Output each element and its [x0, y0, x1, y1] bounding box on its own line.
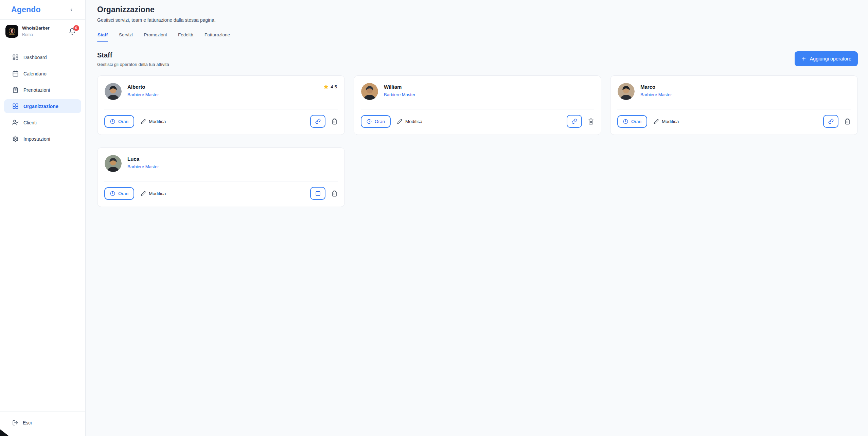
orari-button[interactable]: Orari	[104, 115, 134, 128]
dashboard-icon	[12, 54, 19, 60]
staff-role: Barbiere Master	[640, 92, 672, 97]
logout-icon	[12, 420, 18, 426]
staff-role: Barbiere Master	[127, 92, 159, 97]
business-profile: WhoIsBarber Roma 6	[0, 20, 85, 43]
organization-icon	[12, 103, 19, 109]
chevron-left-icon	[69, 7, 74, 12]
logout-label: Esci	[23, 420, 32, 425]
modifica-button[interactable]: Modifica	[141, 191, 166, 196]
add-operator-label: Aggiungi operatore	[810, 56, 851, 62]
card-action-button[interactable]	[310, 115, 325, 128]
calendar-small-icon	[315, 191, 321, 196]
link-icon	[315, 119, 321, 124]
sidebar-header: Agendo	[0, 0, 85, 20]
tab-bar: Staff Servizi Promozioni Fedeltà Fattura…	[97, 31, 858, 42]
notifications-badge: 6	[73, 25, 79, 31]
orari-button[interactable]: Orari	[104, 187, 134, 200]
sidebar-item-organizzazione[interactable]: Organizzazione	[4, 99, 81, 113]
trash-icon	[331, 190, 338, 197]
staff-role: Barbiere Master	[127, 164, 159, 169]
card-action-button[interactable]	[823, 115, 838, 128]
tab-staff[interactable]: Staff	[97, 31, 108, 42]
sidebar-item-label: Impostazioni	[23, 136, 50, 142]
tab-label: Fedeltà	[178, 32, 193, 37]
pencil-icon	[141, 119, 146, 124]
staff-section-subtitle: Gestisci gli operatori della tua attivit…	[97, 62, 169, 67]
plus-icon	[801, 56, 807, 62]
orari-label: Orari	[118, 119, 128, 124]
staff-avatar	[105, 83, 122, 100]
page-subtitle: Gestisci servizi, team e fatturazione da…	[97, 17, 858, 23]
sidebar-item-calendario[interactable]: Calendario	[4, 67, 81, 81]
staff-rating: 4.5	[323, 83, 337, 89]
link-icon	[828, 119, 834, 124]
orari-label: Orari	[375, 119, 385, 124]
pencil-icon	[397, 119, 402, 124]
modifica-button[interactable]: Modifica	[654, 119, 679, 124]
star-icon	[323, 84, 329, 89]
tab-fatturazione[interactable]: Fatturazione	[204, 31, 230, 42]
orari-button[interactable]: Orari	[617, 115, 647, 128]
app-logo: Agendo	[11, 5, 41, 14]
delete-button[interactable]	[844, 118, 851, 125]
staff-name: Marco	[640, 84, 672, 90]
tab-label: Servizi	[119, 32, 133, 37]
tab-fedeltà[interactable]: Fedeltà	[178, 31, 194, 42]
tab-label: Fatturazione	[205, 32, 230, 37]
delete-button[interactable]	[331, 190, 338, 197]
mouse-cursor	[0, 429, 9, 436]
sidebar-item-label: Organizzazione	[23, 104, 58, 109]
card-action-button[interactable]	[310, 187, 325, 200]
orari-label: Orari	[118, 191, 128, 196]
card-action-button[interactable]	[567, 115, 582, 128]
delete-button[interactable]	[331, 118, 338, 125]
staff-card-alberto: Alberto Barbiere Master 4.5 Orari Modifi…	[97, 75, 345, 135]
clock-icon	[110, 119, 115, 124]
orari-label: Orari	[631, 119, 641, 124]
sidebar-item-label: Calendario	[23, 71, 47, 76]
tab-label: Promozioni	[144, 32, 167, 37]
sidebar-item-label: Prenotazioni	[23, 87, 50, 93]
modifica-label: Modifica	[149, 119, 166, 124]
rating-value: 4.5	[331, 84, 337, 89]
orari-button[interactable]: Orari	[361, 115, 391, 128]
staff-name: Alberto	[127, 84, 159, 90]
clients-icon	[12, 119, 19, 126]
modifica-button[interactable]: Modifica	[397, 119, 422, 124]
delete-button[interactable]	[588, 118, 594, 125]
staff-section-title: Staff	[97, 51, 169, 59]
bookings-icon	[12, 87, 19, 93]
staff-role: Barbiere Master	[384, 92, 415, 97]
logout-button[interactable]: Esci	[12, 420, 77, 426]
sidebar-footer: Esci	[0, 411, 85, 436]
staff-card-grid: Alberto Barbiere Master 4.5 Orari Modifi…	[97, 75, 858, 207]
sidebar-item-label: Dashboard	[23, 55, 47, 60]
sidebar-item-impostazioni[interactable]: Impostazioni	[4, 132, 81, 146]
sidebar-item-clienti[interactable]: Clienti	[4, 116, 81, 129]
modifica-button[interactable]: Modifica	[141, 119, 166, 124]
link-icon	[572, 119, 577, 124]
calendar-icon	[12, 70, 19, 77]
sidebar-collapse-button[interactable]	[68, 6, 75, 14]
staff-name: William	[384, 84, 415, 90]
main-content: Organizzazione Gestisci servizi, team e …	[86, 0, 868, 436]
notifications-button[interactable]: 6	[69, 28, 76, 35]
modifica-label: Modifica	[149, 191, 166, 196]
sidebar-item-prenotazioni[interactable]: Prenotazioni	[4, 83, 81, 97]
pencil-icon	[141, 191, 146, 196]
page-title: Organizzazione	[97, 5, 858, 14]
sidebar-item-dashboard[interactable]: Dashboard	[4, 50, 81, 64]
add-operator-button[interactable]: Aggiungi operatore	[795, 51, 858, 66]
staff-avatar	[618, 83, 635, 100]
pencil-icon	[654, 119, 659, 124]
business-name: WhoIsBarber	[22, 25, 50, 31]
staff-card-luca: Luca Barbiere Master Orari Modifica	[97, 147, 345, 207]
sidebar-nav: Dashboard Calendario Prenotazioni Organi…	[0, 43, 85, 411]
staff-section-header: Staff Gestisci gli operatori della tua a…	[97, 51, 858, 67]
clock-icon	[110, 191, 115, 196]
tab-promozioni[interactable]: Promozioni	[144, 31, 167, 42]
settings-icon	[12, 136, 19, 142]
tab-servizi[interactable]: Servizi	[119, 31, 133, 42]
trash-icon	[588, 118, 594, 125]
modifica-label: Modifica	[662, 119, 679, 124]
